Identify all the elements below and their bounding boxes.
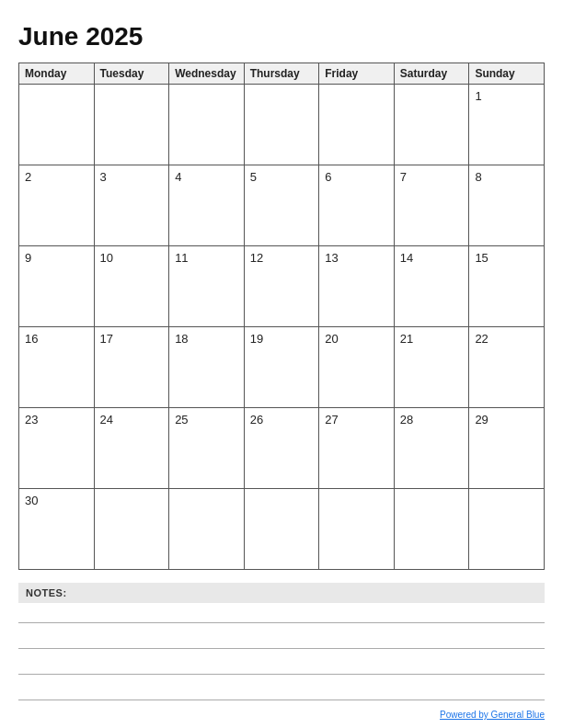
powered-by: Powered by General Blue <box>18 710 545 720</box>
day-number: 10 <box>100 251 113 265</box>
col-header-wednesday: Wednesday <box>169 63 245 85</box>
day-number: 29 <box>475 413 488 427</box>
day-number: 14 <box>400 251 413 265</box>
day-number: 6 <box>325 170 331 184</box>
day-number: 2 <box>25 170 31 184</box>
day-number: 28 <box>400 413 413 427</box>
calendar-cell: 16 <box>19 327 95 408</box>
day-number: 17 <box>100 332 113 346</box>
calendar-cell: 15 <box>469 246 545 327</box>
calendar-cell: 28 <box>394 408 469 489</box>
calendar-cell: 30 <box>19 489 95 570</box>
day-number: 5 <box>250 170 257 184</box>
calendar-week-row: 30 <box>19 489 545 570</box>
col-header-sunday: Sunday <box>469 63 545 85</box>
calendar-cell: 8 <box>469 165 545 246</box>
calendar-cell: 5 <box>244 165 319 246</box>
calendar-cell: 23 <box>19 408 95 489</box>
calendar-cell: 9 <box>19 246 95 327</box>
col-header-friday: Friday <box>319 63 395 85</box>
calendar-cell <box>469 489 545 570</box>
day-number: 4 <box>175 170 181 184</box>
calendar-cell: 19 <box>244 327 319 408</box>
calendar-cell: 12 <box>244 246 319 327</box>
calendar-week-row: 9101112131415 <box>19 246 545 327</box>
day-number: 3 <box>100 170 107 184</box>
calendar-cell <box>169 85 245 165</box>
calendar-cell <box>169 489 245 570</box>
calendar-cell: 2 <box>19 165 95 246</box>
day-number: 12 <box>250 251 263 265</box>
day-number: 7 <box>400 170 407 184</box>
day-number: 22 <box>475 332 488 346</box>
calendar-cell: 26 <box>244 408 319 489</box>
col-header-saturday: Saturday <box>394 63 469 85</box>
calendar-cell: 25 <box>169 408 245 489</box>
powered-by-link[interactable]: Powered by General Blue <box>440 710 545 720</box>
calendar-cell: 13 <box>319 246 395 327</box>
calendar-cell: 7 <box>394 165 469 246</box>
calendar-cell <box>244 489 319 570</box>
notes-label: NOTES: <box>18 583 545 603</box>
calendar-week-row: 1 <box>19 85 545 165</box>
calendar-cell: 21 <box>394 327 469 408</box>
calendar-cell: 17 <box>94 327 169 408</box>
day-number: 13 <box>325 251 338 265</box>
day-number: 1 <box>475 89 481 103</box>
calendar-cell: 22 <box>469 327 545 408</box>
col-header-monday: Monday <box>19 63 95 85</box>
day-number: 19 <box>250 332 263 346</box>
calendar-cell: 10 <box>94 246 169 327</box>
notes-section: NOTES: <box>18 583 545 700</box>
col-header-thursday: Thursday <box>244 63 319 85</box>
day-number: 15 <box>475 251 488 265</box>
calendar-cell <box>394 85 469 165</box>
day-number: 23 <box>25 413 38 427</box>
calendar-cell <box>244 85 319 165</box>
day-number: 26 <box>250 413 263 427</box>
calendar-week-row: 23242526272829 <box>19 408 545 489</box>
notes-line-1 <box>18 607 545 623</box>
calendar-cell <box>19 85 95 165</box>
calendar-cell: 18 <box>169 327 245 408</box>
day-number: 30 <box>25 494 38 507</box>
col-header-tuesday: Tuesday <box>94 63 169 85</box>
calendar-cell <box>94 85 169 165</box>
notes-line-2 <box>18 632 545 649</box>
day-number: 8 <box>475 170 481 184</box>
calendar-cell: 1 <box>469 85 545 165</box>
day-number: 25 <box>175 413 188 427</box>
calendar-cell: 3 <box>94 165 169 246</box>
calendar-header-row: MondayTuesdayWednesdayThursdayFridaySatu… <box>19 63 545 85</box>
calendar-cell <box>319 489 395 570</box>
calendar-cell <box>319 85 395 165</box>
day-number: 27 <box>325 413 338 427</box>
calendar-cell: 4 <box>169 165 245 246</box>
notes-line-4 <box>18 684 545 700</box>
calendar-cell: 27 <box>319 408 395 489</box>
calendar-cell: 29 <box>469 408 545 489</box>
calendar-cell: 14 <box>394 246 469 327</box>
day-number: 24 <box>100 413 113 427</box>
notes-line-3 <box>18 658 545 675</box>
day-number: 21 <box>400 332 413 346</box>
day-number: 18 <box>175 332 188 346</box>
calendar-cell: 6 <box>319 165 395 246</box>
day-number: 16 <box>25 332 38 346</box>
calendar-cell: 20 <box>319 327 395 408</box>
day-number: 20 <box>325 332 338 346</box>
day-number: 11 <box>175 251 188 265</box>
calendar-cell <box>94 489 169 570</box>
calendar-table: MondayTuesdayWednesdayThursdayFridaySatu… <box>18 63 545 570</box>
calendar-cell <box>394 489 469 570</box>
page-title: June 2025 <box>18 22 545 51</box>
day-number: 9 <box>25 251 31 265</box>
calendar-week-row: 2345678 <box>19 165 545 246</box>
calendar-cell: 11 <box>169 246 245 327</box>
calendar-cell: 24 <box>94 408 169 489</box>
calendar-week-row: 16171819202122 <box>19 327 545 408</box>
